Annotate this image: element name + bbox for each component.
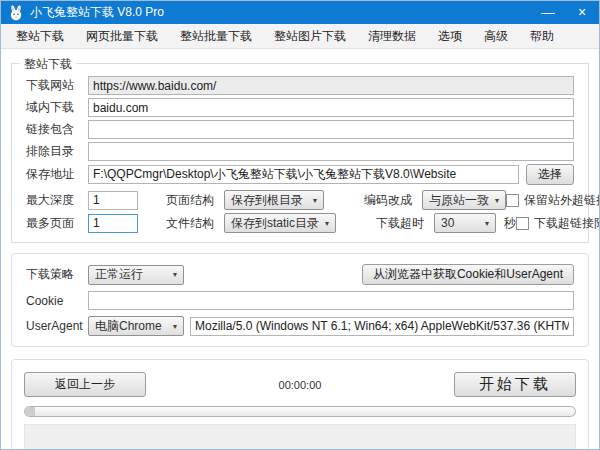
title-bar: 小飞兔整站下载 V8.0 Pro — × bbox=[1, 1, 599, 24]
chevron-down-icon: ▼ bbox=[167, 323, 183, 330]
cookie-input[interactable] bbox=[88, 291, 574, 310]
timeout-label: 下载超时 bbox=[376, 215, 434, 232]
menu-item-advanced[interactable]: 高级 bbox=[473, 24, 519, 48]
action-row: 返回上一步 00:00:00 开始下载 bbox=[24, 372, 576, 397]
choose-folder-button[interactable]: 选择 bbox=[526, 164, 574, 185]
download-site-row: 下载网站 bbox=[26, 76, 574, 95]
max-pages-label: 最多页面 bbox=[26, 215, 88, 232]
get-cookie-useragent-button[interactable]: 从浏览器中获取Cookie和UserAgent bbox=[362, 264, 574, 285]
strategy-dropdown[interactable]: 正常运行 ▼ bbox=[88, 265, 184, 285]
elapsed-timer: 00:00:00 bbox=[146, 379, 454, 391]
max-depth-input[interactable] bbox=[88, 191, 138, 210]
app-window: 小飞兔整站下载 V8.0 Pro — × 整站下载 网页批量下载 整站批量下载 … bbox=[0, 0, 600, 450]
menu-item-clean-data[interactable]: 清理数据 bbox=[357, 24, 427, 48]
link-include-row: 链接包含 bbox=[26, 120, 574, 139]
minimize-button[interactable]: — bbox=[531, 1, 565, 24]
page-structure-dropdown[interactable]: 保存到根目录 ▼ bbox=[224, 190, 324, 210]
link-include-input[interactable] bbox=[88, 120, 574, 139]
useragent-label: UserAgent bbox=[26, 319, 88, 333]
progress-fill bbox=[25, 407, 35, 416]
download-progress-bar bbox=[24, 406, 576, 417]
strategy-label: 下载策略 bbox=[26, 266, 88, 283]
group-title: 整站下载 bbox=[20, 56, 76, 73]
exclude-dir-input[interactable] bbox=[88, 142, 574, 161]
pages-row: 最多页面 文件结构 保存到static目录 ▼ 下载超时 30 ▼ 秒 下载超链… bbox=[26, 213, 574, 233]
domain-row: 域内下载 bbox=[26, 98, 574, 117]
menu-item-site-image-download[interactable]: 整站图片下载 bbox=[263, 24, 357, 48]
depth-row: 最大深度 页面结构 保存到根目录 ▼ 编码改成 与原站一致 ▼ 保留站外超链接 bbox=[26, 190, 574, 210]
start-download-button[interactable]: 开始下载 bbox=[454, 372, 576, 397]
download-attachments-label: 下载超链接附件 bbox=[534, 215, 600, 232]
chevron-down-icon: ▼ bbox=[479, 220, 495, 227]
exclude-dir-row: 排除目录 bbox=[26, 142, 574, 161]
save-path-label: 保存地址 bbox=[26, 166, 88, 183]
close-button[interactable]: × bbox=[565, 1, 599, 24]
menu-bar: 整站下载 网页批量下载 整站批量下载 整站图片下载 清理数据 选项 高级 帮助 bbox=[1, 24, 599, 49]
chevron-down-icon: ▼ bbox=[167, 271, 183, 278]
action-group: 返回上一步 00:00:00 开始下载 bbox=[11, 359, 589, 450]
useragent-input[interactable] bbox=[190, 317, 574, 336]
page-structure-label: 页面结构 bbox=[166, 192, 224, 209]
timeout-dropdown[interactable]: 30 ▼ bbox=[434, 213, 496, 233]
keep-external-links-option: 保留站外超链接 bbox=[506, 192, 600, 209]
useragent-preset-dropdown[interactable]: 电脑Chrome ▼ bbox=[88, 316, 184, 336]
status-log-area bbox=[24, 424, 576, 450]
cookie-row: Cookie bbox=[26, 291, 574, 310]
download-attachments-option: 下载超链接附件 bbox=[516, 215, 600, 232]
menu-item-batch-page-download[interactable]: 网页批量下载 bbox=[75, 24, 169, 48]
menu-item-options[interactable]: 选项 bbox=[427, 24, 473, 48]
rabbit-icon bbox=[7, 4, 24, 21]
main-content: 整站下载 下载网站 域内下载 链接包含 排除目录 保存地址 选择 bbox=[1, 49, 599, 450]
menu-item-help[interactable]: 帮助 bbox=[519, 24, 565, 48]
save-path-input[interactable] bbox=[88, 165, 519, 184]
domain-label: 域内下载 bbox=[26, 99, 88, 116]
useragent-row: UserAgent 电脑Chrome ▼ bbox=[26, 316, 574, 336]
domain-input[interactable] bbox=[88, 98, 574, 117]
back-button[interactable]: 返回上一步 bbox=[24, 372, 146, 397]
exclude-dir-label: 排除目录 bbox=[26, 143, 88, 160]
window-title: 小飞兔整站下载 V8.0 Pro bbox=[30, 4, 164, 21]
keep-external-links-checkbox[interactable] bbox=[506, 194, 519, 207]
whole-site-download-group: 整站下载 下载网站 域内下载 链接包含 排除目录 保存地址 选择 bbox=[11, 63, 589, 243]
strategy-row: 下载策略 正常运行 ▼ 从浏览器中获取Cookie和UserAgent bbox=[26, 264, 574, 285]
save-path-row: 保存地址 选择 bbox=[26, 164, 574, 185]
download-site-label: 下载网站 bbox=[26, 77, 88, 94]
menu-item-batch-site-download[interactable]: 整站批量下载 bbox=[169, 24, 263, 48]
chevron-down-icon: ▼ bbox=[319, 220, 335, 227]
max-pages-input[interactable] bbox=[88, 214, 138, 233]
download-site-input[interactable] bbox=[88, 76, 574, 95]
menu-item-whole-site-download[interactable]: 整站下载 bbox=[5, 24, 75, 48]
chevron-down-icon: ▼ bbox=[307, 197, 323, 204]
encoding-dropdown[interactable]: 与原站一致 ▼ bbox=[422, 190, 506, 210]
file-structure-label: 文件结构 bbox=[166, 215, 224, 232]
timeout-unit-label: 秒 bbox=[504, 215, 516, 232]
strategy-group: 下载策略 正常运行 ▼ 从浏览器中获取Cookie和UserAgent Cook… bbox=[11, 253, 589, 347]
keep-external-links-label: 保留站外超链接 bbox=[524, 192, 600, 209]
encoding-label: 编码改成 bbox=[364, 192, 422, 209]
max-depth-label: 最大深度 bbox=[26, 192, 88, 209]
link-include-label: 链接包含 bbox=[26, 121, 88, 138]
chevron-down-icon: ▼ bbox=[489, 197, 505, 204]
file-structure-dropdown[interactable]: 保存到static目录 ▼ bbox=[224, 213, 336, 233]
download-attachments-checkbox[interactable] bbox=[516, 217, 529, 230]
cookie-label: Cookie bbox=[26, 294, 88, 308]
